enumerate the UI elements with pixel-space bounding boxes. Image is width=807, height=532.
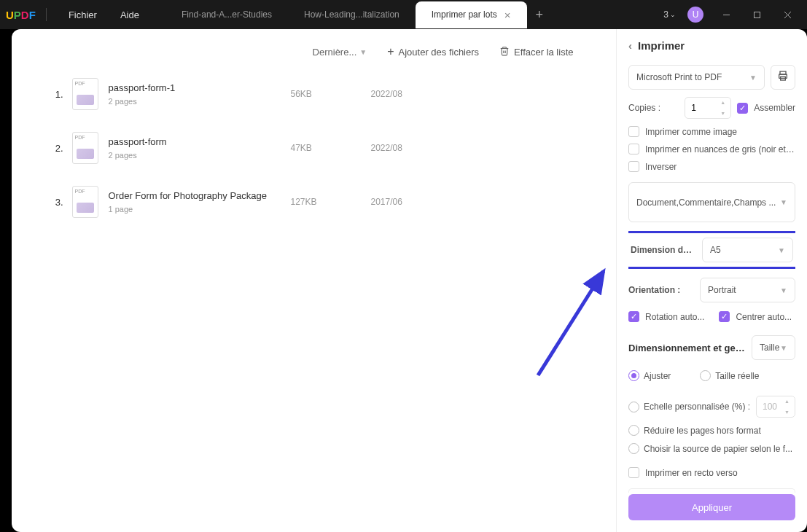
content-select[interactable]: Document,Commentaire,Champs ...▼ [628, 182, 795, 222]
tab-label: Imprimer par lots [432, 9, 497, 20]
tab-batch-print[interactable]: Imprimer par lots × [416, 1, 527, 28]
main-panel: Dernière...▼ + Ajouter des fichiers Effa… [12, 29, 616, 532]
tab-bar: Find-and-A...er-Studies How-Leading...it… [165, 1, 663, 28]
maximize-button[interactable] [743, 4, 771, 25]
file-date: 2022/08 [371, 89, 402, 99]
copies-label: Copies : [628, 103, 679, 113]
minimize-button[interactable] [712, 4, 740, 25]
add-tab-button[interactable]: + [527, 7, 553, 23]
back-chevron-icon[interactable]: ‹ [628, 39, 632, 52]
grayscale-label: Imprimer en nuances de gris (noir et ... [645, 144, 795, 154]
custom-scale-input[interactable]: 100 ▲▼ [756, 396, 795, 418]
orientation-label: Orientation : [628, 285, 694, 295]
copies-input[interactable]: 1 ▲▼ [685, 97, 731, 119]
auto-rotate-checkbox[interactable] [628, 311, 639, 322]
fit-radio[interactable] [628, 370, 639, 381]
file-size: 127KB [291, 197, 371, 207]
print-sidebar: ‹ Imprimer Microsoft Print to PDF▼ Copie… [616, 29, 807, 532]
shrink-label: Réduire les pages hors format [644, 426, 761, 436]
row-number: 3. [43, 197, 63, 208]
grayscale-checkbox[interactable] [628, 144, 639, 154]
trash-icon [499, 46, 510, 58]
open-count[interactable]: 3⌄ [663, 9, 676, 20]
add-files-button[interactable]: + Ajouter des fichiers [387, 45, 479, 58]
paper-source-radio[interactable] [628, 443, 639, 454]
paper-size-label: Dimension du ... [631, 245, 696, 255]
orientation-select[interactable]: Portrait▼ [700, 278, 795, 302]
pdf-thumbnail-icon [72, 186, 98, 218]
row-number: 2. [43, 143, 63, 154]
assemble-checkbox[interactable] [737, 103, 748, 114]
custom-scale-radio[interactable] [628, 402, 639, 412]
actual-size-radio[interactable] [700, 370, 711, 381]
close-tab-icon[interactable]: × [504, 9, 511, 21]
svg-rect-1 [754, 12, 760, 17]
tab-find-studies[interactable]: Find-and-A...er-Studies [165, 2, 288, 27]
file-pages: 2 pages [109, 97, 291, 106]
invert-label: Inverser [645, 162, 677, 172]
spinner-icon[interactable]: ▲▼ [720, 100, 728, 116]
sizing-title: Dimensionnement et gesti... [628, 343, 746, 353]
paper-size-highlight: Dimension du ... A5▼ [628, 231, 795, 269]
titlebar: UPDF Fichier Aide Find-and-A...er-Studie… [0, 0, 807, 29]
file-name: Order Form for Photography Package [109, 190, 291, 201]
file-date: 2017/06 [371, 197, 402, 207]
file-toolbar: Dernière...▼ + Ajouter des fichiers Effa… [40, 42, 588, 67]
apply-button[interactable]: Appliquer [628, 494, 795, 520]
file-pages: 2 pages [109, 151, 291, 160]
auto-center-label: Centrer auto... [736, 312, 792, 322]
clear-list-button[interactable]: Effacer la liste [499, 46, 573, 58]
close-window-button[interactable] [773, 4, 801, 25]
actual-size-label: Taille réelle [715, 371, 759, 381]
file-row[interactable]: 2.passport-form2 pages47KB2022/08 [40, 121, 588, 175]
paper-source-label: Choisir la source de papier selon le f..… [644, 444, 792, 454]
print-as-image-label: Imprimer comme image [645, 127, 737, 137]
menu-help[interactable]: Aide [109, 4, 151, 26]
file-row[interactable]: 3.Order Form for Photography Package1 pa… [40, 175, 588, 229]
user-avatar[interactable]: U [687, 7, 703, 23]
printer-select[interactable]: Microsoft Print to PDF▼ [628, 65, 765, 90]
menu-file[interactable]: Fichier [57, 4, 109, 26]
custom-scale-label: Echelle personnalisée (%) : [644, 402, 750, 412]
invert-checkbox[interactable] [628, 161, 639, 172]
file-name: passport-form [109, 136, 291, 147]
shrink-radio[interactable] [628, 425, 639, 436]
pdf-thumbnail-icon [72, 78, 98, 110]
pdf-thumbnail-icon [72, 132, 98, 164]
plus-icon: + [387, 45, 394, 58]
file-size: 56KB [291, 89, 371, 99]
auto-rotate-label: Rotation auto... [645, 312, 704, 322]
assemble-label: Assembler [754, 103, 795, 113]
file-pages: 1 page [109, 205, 291, 214]
app-logo: UPDF [6, 9, 36, 21]
sizing-mode-select[interactable]: Taille▼ [752, 335, 795, 360]
paper-size-select[interactable]: A5▼ [702, 238, 793, 262]
file-size: 47KB [291, 143, 371, 153]
sort-dropdown[interactable]: Dernière...▼ [313, 47, 367, 58]
file-name: passport-form-1 [109, 82, 291, 93]
spinner-icon[interactable]: ▲▼ [784, 399, 792, 415]
printer-settings-button[interactable] [771, 65, 795, 90]
file-row[interactable]: 1.passport-form-12 pages56KB2022/08 [40, 67, 588, 121]
auto-center-checkbox[interactable] [719, 311, 730, 322]
row-number: 1. [43, 89, 63, 100]
duplex-label: Imprimer en recto verso [645, 468, 738, 478]
sidebar-title: Imprimer [638, 39, 685, 52]
file-date: 2022/08 [371, 143, 402, 153]
duplex-checkbox[interactable] [628, 467, 639, 478]
fit-label: Ajuster [644, 371, 671, 381]
print-as-image-checkbox[interactable] [628, 126, 639, 137]
printer-icon [777, 70, 789, 85]
tab-how-leading[interactable]: How-Leading...italization [288, 2, 416, 27]
